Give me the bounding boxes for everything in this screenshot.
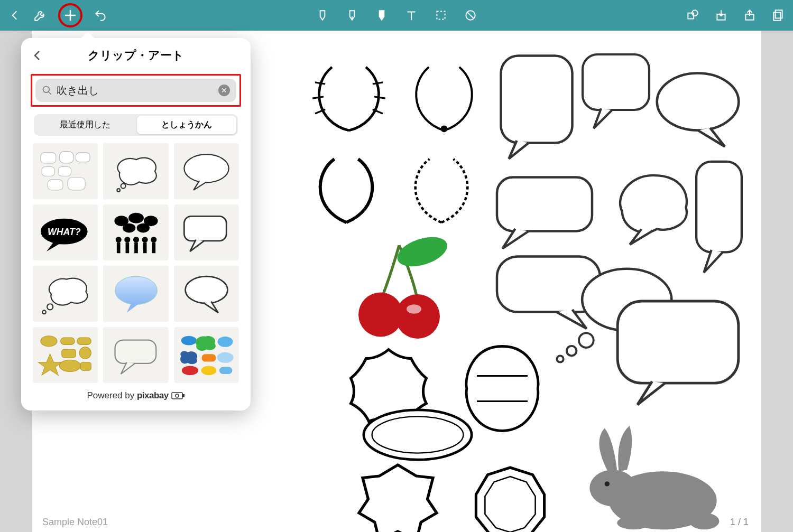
tab-library[interactable]: としょうかん xyxy=(137,116,236,134)
svg-rect-48 xyxy=(60,151,74,163)
svg-rect-53 xyxy=(68,177,85,190)
svg-point-38 xyxy=(364,410,472,460)
canvas-item-rabbit[interactable] xyxy=(566,422,735,532)
canvas-item-wreath[interactable] xyxy=(402,147,481,231)
canvas-item-wreath[interactable] xyxy=(402,52,486,142)
svg-rect-74 xyxy=(184,216,226,241)
pen-solid-icon[interactable] xyxy=(374,8,389,23)
tab-segmented-control: 最近使用した としょうかん xyxy=(34,114,238,136)
canvas-item-bubble[interactable] xyxy=(613,295,743,411)
canvas-item-bubble[interactable] xyxy=(693,157,745,279)
clipart-tile[interactable] xyxy=(103,266,168,322)
svg-rect-83 xyxy=(62,349,76,358)
note-title: Sample Note01 xyxy=(42,517,108,528)
svg-line-18 xyxy=(374,97,385,98)
pen-outline-icon[interactable] xyxy=(315,8,330,23)
svg-text:WHAT?: WHAT? xyxy=(48,226,81,237)
svg-point-62 xyxy=(122,223,135,232)
canvas-item-bubble[interactable] xyxy=(653,68,743,152)
canvas-item-bubble[interactable] xyxy=(579,49,653,134)
clipart-tile[interactable] xyxy=(33,143,98,199)
svg-point-28 xyxy=(579,333,594,348)
svg-point-68 xyxy=(151,237,156,242)
svg-line-7 xyxy=(468,13,474,18)
search-highlight-box: ✕ xyxy=(31,74,241,107)
svg-point-77 xyxy=(115,276,157,304)
clipart-tile[interactable] xyxy=(33,327,98,383)
svg-point-34 xyxy=(395,294,440,339)
wrench-icon[interactable] xyxy=(33,8,48,23)
svg-rect-31 xyxy=(617,301,739,383)
svg-point-23 xyxy=(657,73,739,130)
canvas-item-bubble[interactable] xyxy=(611,168,695,247)
svg-point-67 xyxy=(142,237,147,242)
selection-tool-icon[interactable] xyxy=(434,8,448,23)
svg-rect-69 xyxy=(116,242,120,253)
shape-tool-icon[interactable] xyxy=(685,8,700,23)
back-button[interactable] xyxy=(7,8,22,23)
tab-recent[interactable]: 最近使用した xyxy=(35,116,135,134)
svg-point-32 xyxy=(394,231,451,272)
canvas-item-wreath[interactable] xyxy=(307,52,391,142)
clipart-tile[interactable] xyxy=(174,143,239,199)
svg-rect-97 xyxy=(182,394,185,397)
svg-point-20 xyxy=(441,125,448,132)
svg-rect-81 xyxy=(77,338,91,344)
popover-back-button[interactable] xyxy=(33,50,41,63)
svg-point-89 xyxy=(217,336,233,347)
search-input[interactable] xyxy=(57,85,214,97)
copy-icon[interactable] xyxy=(771,8,786,23)
credit-prefix: Powered by xyxy=(87,390,137,400)
clipart-tile[interactable] xyxy=(174,204,239,260)
svg-point-65 xyxy=(124,237,130,242)
clipart-popover: クリップ・アート ✕ 最近使用した としょうかん WHAT? Powered b… xyxy=(21,38,251,410)
svg-rect-50 xyxy=(42,166,54,176)
svg-point-66 xyxy=(133,237,139,242)
svg-rect-12 xyxy=(776,10,782,18)
svg-rect-22 xyxy=(583,54,649,110)
canvas-item-bubble[interactable] xyxy=(497,49,576,165)
svg-point-44 xyxy=(617,516,650,529)
svg-point-35 xyxy=(407,304,421,314)
pen-outline-alt-icon[interactable] xyxy=(345,8,359,23)
svg-line-16 xyxy=(315,82,325,84)
svg-rect-49 xyxy=(76,152,90,162)
clipart-tile[interactable] xyxy=(174,327,239,383)
import-icon[interactable] xyxy=(714,8,729,23)
canvas-item-wreath[interactable] xyxy=(307,147,386,231)
svg-rect-95 xyxy=(172,393,182,399)
svg-rect-80 xyxy=(61,338,75,344)
clipart-tile[interactable] xyxy=(103,143,168,199)
canvas-item-cherries[interactable] xyxy=(344,231,455,342)
svg-rect-52 xyxy=(48,180,63,190)
add-button[interactable] xyxy=(58,3,82,27)
share-icon[interactable] xyxy=(742,8,757,23)
svg-point-29 xyxy=(567,346,576,356)
clipart-tile[interactable] xyxy=(103,327,168,383)
svg-point-85 xyxy=(79,347,91,358)
eraser-icon[interactable] xyxy=(463,8,478,23)
svg-point-43 xyxy=(689,513,720,529)
text-tool-icon[interactable] xyxy=(404,8,419,23)
svg-rect-51 xyxy=(58,166,71,176)
clipart-tile[interactable]: WHAT? xyxy=(33,204,98,260)
svg-point-96 xyxy=(176,394,179,397)
svg-point-92 xyxy=(182,366,198,375)
clipart-tile[interactable] xyxy=(174,266,239,322)
canvas-item-frame[interactable] xyxy=(465,459,555,532)
clipart-tile[interactable] xyxy=(103,204,168,260)
svg-point-42 xyxy=(605,481,610,486)
clipart-tile[interactable] xyxy=(33,266,98,322)
canvas-item-frame-oval[interactable] xyxy=(359,406,476,464)
svg-point-84 xyxy=(60,360,81,371)
clipart-grid: WHAT? xyxy=(21,143,251,383)
credit-line: Powered by pixabay xyxy=(21,383,251,403)
canvas-item-frame[interactable] xyxy=(352,458,444,532)
svg-rect-25 xyxy=(696,162,742,252)
canvas-item-bubble[interactable] xyxy=(492,173,597,253)
search-field[interactable]: ✕ xyxy=(35,79,236,102)
svg-rect-70 xyxy=(125,242,129,253)
clear-search-button[interactable]: ✕ xyxy=(218,85,230,96)
top-toolbar xyxy=(0,0,793,31)
undo-button[interactable] xyxy=(93,8,108,23)
